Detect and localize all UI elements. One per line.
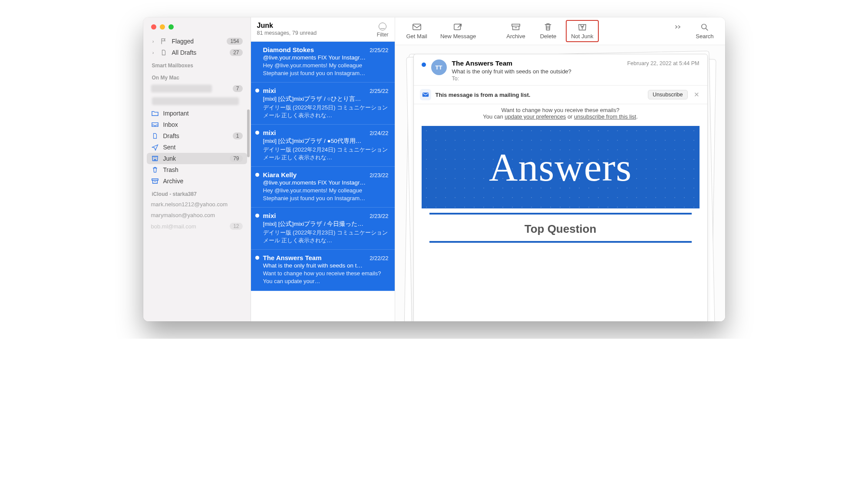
account-email: bob.ml@mail.com xyxy=(151,223,226,230)
message-row[interactable]: mixi2/24/22[mixi] [公式]mixiプラザ / ●50代専用…デ… xyxy=(251,125,395,167)
message-row[interactable]: mixi2/25/22[mixi] [公式]mixiプラザ / ○ひとり言…デイ… xyxy=(251,83,395,125)
sidebar-item-important[interactable]: Important xyxy=(147,108,247,119)
archive-button[interactable]: Archive xyxy=(502,21,529,41)
close-icon[interactable]: ✕ xyxy=(692,91,701,99)
update-preferences-link[interactable]: update your preferences xyxy=(505,113,566,120)
new-message-button[interactable]: New Message xyxy=(436,21,480,41)
filter-button[interactable]: Filter xyxy=(377,22,389,38)
filter-label: Filter xyxy=(377,32,389,38)
message-row[interactable]: Diamond Stokes2/25/22@live.your.moments … xyxy=(251,42,395,83)
sidebar-item-drafts[interactable]: Drafts 1 xyxy=(147,130,247,142)
message-subject: What is the only fruit with seeds on t… xyxy=(263,262,389,269)
redacted-text xyxy=(151,85,212,92)
sidebar-account-3[interactable]: bob.ml@mail.com 12 xyxy=(147,221,247,232)
message-sender: The Answers Team xyxy=(263,254,322,261)
sidebar-label: Inbox xyxy=(163,121,243,128)
window-controls xyxy=(143,17,251,36)
account-email: mark.nelson1212@yahoo.com xyxy=(151,201,243,208)
trash-icon xyxy=(151,166,159,173)
minimize-window-icon[interactable] xyxy=(160,24,165,30)
message-card-stack: TT The Answers Team What is the only fru… xyxy=(413,54,708,321)
svg-rect-0 xyxy=(413,24,421,30)
trash-icon xyxy=(543,23,553,31)
unread-dot-icon xyxy=(255,173,259,177)
message-subject: What is the only fruit with seeds on the… xyxy=(452,68,622,75)
delete-button[interactable]: Delete xyxy=(536,21,561,41)
list-header: Junk 81 messages, 79 unread Filter xyxy=(251,17,395,42)
message-row[interactable]: mixi2/23/22[mixi] [公式]mixiプラザ / 今日撮った…デイ… xyxy=(251,208,395,250)
message-preview: Hey @live.your.moments! My colleague Ste… xyxy=(263,187,389,202)
sidebar-item-all-drafts[interactable]: › All Drafts 27 xyxy=(147,47,247,58)
sidebar-label: Archive xyxy=(163,178,243,185)
sidebar-label: All Drafts xyxy=(172,49,226,56)
message-row[interactable]: Kiara Kelly2/23/22@live.your.moments FIX… xyxy=(251,167,395,208)
sidebar-section-icloud: iCloud - starka387 xyxy=(147,187,247,199)
more-button[interactable] xyxy=(670,21,687,41)
unsubscribe-link[interactable]: unsubscribe from this list xyxy=(574,113,636,120)
message-sender: Diamond Stokes xyxy=(263,46,314,53)
not-junk-button[interactable]: Not Junk xyxy=(567,21,597,41)
message-row[interactable]: The Answers Team2/22/22What is the only … xyxy=(251,250,395,291)
message-sender: mixi xyxy=(263,87,276,94)
sidebar-section-onmymac: On My Mac xyxy=(147,70,247,83)
mailing-list-strip: This message is from a mailing list. Uns… xyxy=(414,85,707,104)
sidebar-account-redacted-2[interactable] xyxy=(152,97,239,105)
compose-icon xyxy=(453,23,463,31)
envelope-icon xyxy=(412,23,422,31)
search-icon xyxy=(700,23,710,31)
sidebar-item-inbox[interactable]: Inbox xyxy=(147,119,247,130)
message-preview: デイリー版 (2022年2月24日) コミュニケーションメール 正しく表示されな… xyxy=(263,146,389,161)
search-button[interactable]: Search xyxy=(691,21,718,41)
mailing-list-text: This message is from a mailing list. xyxy=(436,92,644,98)
message-date: 2/23/22 xyxy=(370,172,388,178)
count-badge: 12 xyxy=(230,223,242,230)
answers-banner: Answers xyxy=(422,126,700,208)
message-sender: mixi xyxy=(263,129,276,136)
message-preview: Want to change how you receive these ema… xyxy=(263,270,389,285)
sidebar-item-junk[interactable]: Junk 79 xyxy=(147,153,247,164)
sidebar-item-archive[interactable]: Archive xyxy=(147,175,247,187)
sidebar: › Flagged 154 › All Drafts 27 Smart Mail… xyxy=(143,17,251,321)
close-window-icon[interactable] xyxy=(151,24,156,30)
message-from: The Answers Team xyxy=(452,59,622,67)
sidebar-account-1[interactable]: mark.nelson1212@yahoo.com xyxy=(147,199,247,210)
message-card[interactable]: TT The Answers Team What is the only fru… xyxy=(413,54,708,321)
message-sender: Kiara Kelly xyxy=(263,171,297,178)
toolbar: Get Mail New Message Archive Delete Not xyxy=(395,17,725,45)
message-timestamp: February 22, 2022 at 5:44 PM xyxy=(627,59,699,66)
sidebar-label: Drafts xyxy=(163,132,228,139)
message-list-column: Junk 81 messages, 79 unread Filter Diamo… xyxy=(251,17,395,321)
reading-pane: Get Mail New Message Archive Delete Not xyxy=(395,17,725,321)
sidebar-item-flagged[interactable]: › Flagged 154 xyxy=(147,36,247,47)
count-badge: 7 xyxy=(233,85,243,92)
sidebar-label: Sent xyxy=(163,144,243,151)
account-email: marymalson@yahoo.com xyxy=(151,212,243,218)
junk-icon xyxy=(151,155,159,162)
message-subject: [mixi] [公式]mixiプラザ / 今日撮った… xyxy=(263,220,389,228)
sidebar-label: Trash xyxy=(163,166,243,173)
mailbox-title: Junk xyxy=(257,22,377,30)
message-list[interactable]: Diamond Stokes2/25/22@live.your.moments … xyxy=(251,42,395,321)
not-junk-icon xyxy=(578,23,587,31)
folder-icon xyxy=(151,110,159,116)
fullscreen-window-icon[interactable] xyxy=(168,24,174,30)
unsubscribe-button[interactable]: Unsubscribe xyxy=(648,90,687,99)
scrollbar-thumb[interactable] xyxy=(247,109,250,157)
sidebar-item-trash[interactable]: Trash xyxy=(147,164,247,175)
sidebar-account-2[interactable]: marymalson@yahoo.com xyxy=(147,210,247,221)
sidebar-item-sent[interactable]: Sent xyxy=(147,142,247,153)
filter-icon xyxy=(379,23,386,30)
svg-rect-4 xyxy=(422,92,428,97)
paper-plane-icon xyxy=(151,144,159,151)
chevron-right-icon: › xyxy=(151,50,155,55)
document-icon xyxy=(151,132,159,139)
message-subject: @live.your.moments FIX Your Instagr… xyxy=(263,54,389,61)
body-line-1: Want to change how you receive these ema… xyxy=(422,107,700,113)
message-content-area: TT The Answers Team What is the only fru… xyxy=(395,45,725,321)
unread-dot-icon xyxy=(255,214,259,218)
message-preview: デイリー版 (2022年2月25日) コミュニケーションメール 正しく表示されな… xyxy=(263,104,389,119)
sidebar-label: Junk xyxy=(163,155,226,162)
sidebar-account-redacted-1[interactable]: 7 xyxy=(147,83,247,95)
get-mail-button[interactable]: Get Mail xyxy=(402,21,432,41)
count-badge: 1 xyxy=(233,132,243,139)
